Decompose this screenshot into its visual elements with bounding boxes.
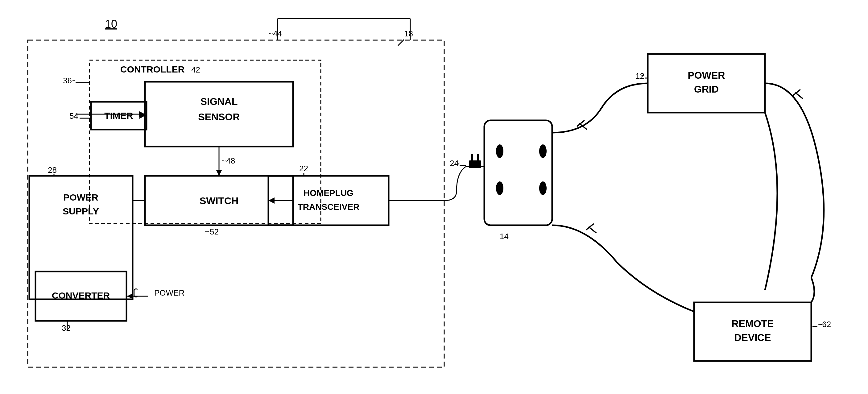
controller-label: CONTROLLER (120, 64, 185, 74)
ref-48-label: ~48 (221, 156, 235, 165)
signal-sensor-label2: SENSOR (198, 111, 240, 122)
ref-10-label: 10 (105, 18, 117, 30)
switch-label: SWITCH (199, 195, 239, 206)
remote-device-box (694, 302, 811, 361)
power-supply-label1: POWER (63, 192, 98, 203)
power-arrow (127, 293, 133, 299)
power-break-symbol: ʗ (133, 287, 138, 297)
svg-line-32 (795, 93, 803, 99)
outlet-to-remote-wire (552, 225, 694, 312)
outlet-slot-bl (496, 181, 503, 195)
ref-44-label: ~44 (268, 29, 282, 38)
power-supply-label2: SUPPLY (63, 206, 99, 216)
ref-42-label: 42 (191, 65, 200, 74)
outlet-to-grid-wire (552, 83, 648, 133)
power-grid-box (648, 54, 765, 113)
homeplug-label2: TRANSCEIVER (298, 202, 360, 212)
ref-28-label: 28 (48, 165, 57, 175)
svg-text:~: ~ (205, 228, 209, 235)
svg-line-33 (586, 224, 594, 230)
ref-36-label: 36 (63, 76, 72, 85)
ref-14-label: 14 (500, 232, 509, 241)
grid-to-remote-wire2 (811, 278, 814, 302)
svg-line-31 (793, 89, 801, 96)
svg-text:~: ~ (71, 77, 75, 84)
grid-to-remote-wire1 (765, 83, 824, 278)
svg-line-34 (589, 227, 596, 233)
homeplug-to-plug-line (444, 166, 466, 201)
svg-text:~: ~ (456, 159, 460, 167)
ref-54-label: 54 (69, 111, 79, 121)
outlet-slot-tr (539, 144, 547, 158)
plug-body (469, 160, 481, 168)
ref-52-label: 52 (210, 227, 219, 236)
outlet-slot-br (539, 181, 547, 195)
timer-label: TIMER (104, 111, 133, 121)
ref-32-label: 32 (62, 323, 71, 333)
power-label: POWER (154, 288, 184, 297)
right-side-wire (765, 113, 777, 290)
arrow-switch-homeplug (268, 198, 275, 204)
ref-22-label: 22 (299, 164, 308, 173)
diagram-container: 10 18 ~44 CONTROLLER 42 36 ~ SIGNAL SENS… (0, 0, 868, 394)
ref-18-label: 18 (404, 29, 413, 38)
signal-sensor-label1: SIGNAL (200, 96, 238, 107)
outlet-box (484, 120, 552, 225)
outlet-slot-tl (496, 144, 503, 158)
power-grid-label1: POWER (688, 70, 725, 81)
homeplug-label1: HOMEPLUG (304, 188, 353, 198)
converter-label: CONVERTER (52, 290, 110, 301)
remote-device-label2: DEVICE (734, 332, 771, 343)
remote-device-label1: REMOTE (732, 318, 774, 329)
svg-text:~: ~ (640, 71, 644, 79)
power-grid-label2: GRID (694, 84, 719, 95)
ref-62-label: ~62 (817, 320, 831, 329)
arrow-sensor-switch (216, 170, 222, 176)
